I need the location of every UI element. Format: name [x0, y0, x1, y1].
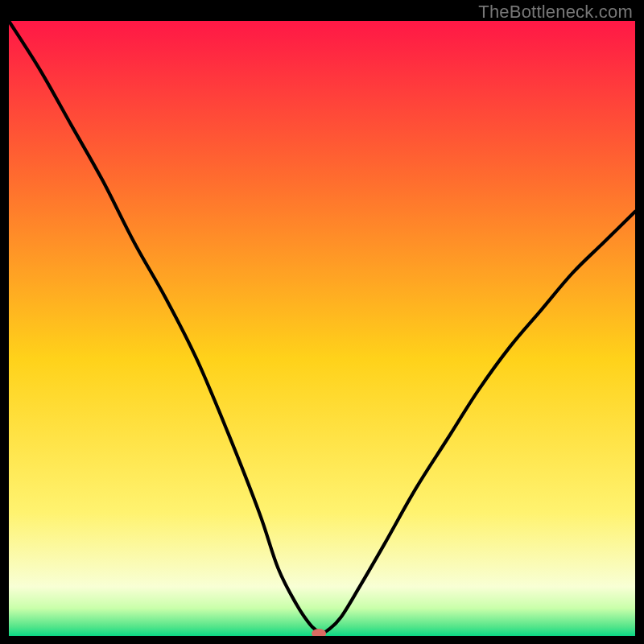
bottleneck-chart: [9, 21, 635, 636]
chart-frame: [9, 21, 635, 636]
watermark-text: TheBottleneck.com: [478, 2, 633, 23]
gradient-background: [9, 21, 635, 636]
